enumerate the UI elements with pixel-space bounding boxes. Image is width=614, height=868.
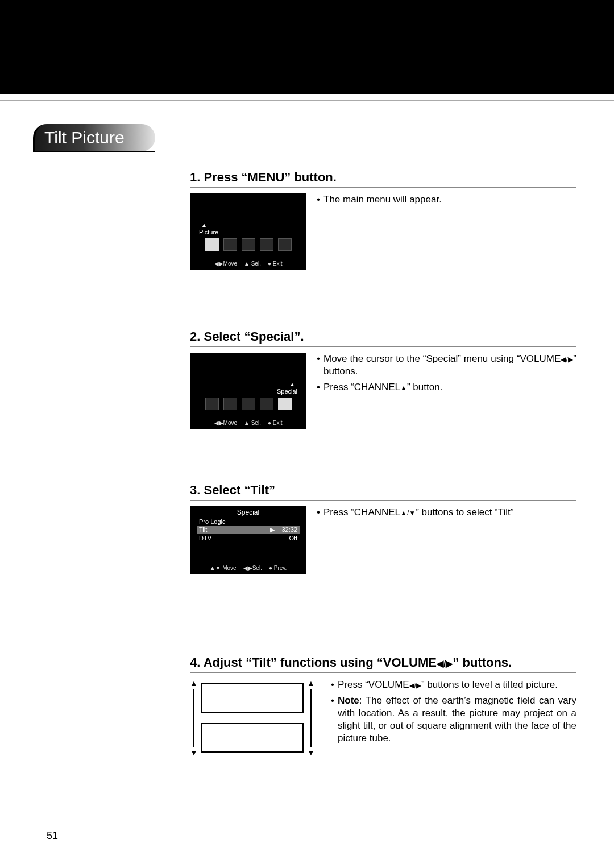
triangle-left-right-icon: ◀/▶ xyxy=(409,681,421,689)
step-notes: Move the cursor to the “Special” menu us… xyxy=(317,353,576,397)
osd-icon xyxy=(205,238,219,251)
step-rule xyxy=(190,346,576,347)
manual-page: Tilt Picture 1. Press “MENU” button. ▲ P… xyxy=(0,0,614,868)
header-rule-1 xyxy=(0,100,614,101)
step-heading: 2. Select “Special”. xyxy=(190,329,576,344)
osd-nav-hint: ▲▼ Move ◀▶Sel. ● Prev. xyxy=(190,565,306,571)
section-title-underline xyxy=(33,151,155,152)
page-number: 51 xyxy=(47,830,58,842)
osd-menu-label: Special xyxy=(277,388,297,395)
note-item: Press “CHANNEL▲/▼” buttons to select “Ti… xyxy=(317,506,576,519)
step-heading: 1. Press “MENU” button. xyxy=(190,170,576,185)
step-notes: The main menu will appear. xyxy=(317,193,576,209)
osd-nav-sel: ▲ Sel. xyxy=(244,261,261,267)
osd-row-value: ▶ 32:32 xyxy=(270,526,297,534)
osd-icon xyxy=(278,238,292,251)
step-row: ▲ Special ◀▶Move ▲ Sel. ● Exit Move th xyxy=(190,353,576,429)
osd-row: Pro Logic xyxy=(197,518,300,526)
triangle-down-icon: ▼ xyxy=(190,748,198,757)
osd-nav-move: ▲▼ Move xyxy=(210,565,237,571)
chevron-up-icon: ▲ xyxy=(201,222,207,228)
tilt-arrow-left: ▲ ▼ xyxy=(191,679,197,757)
step-heading: 3. Select “Tilt” xyxy=(190,483,576,498)
triangle-up-down-icon: ▲/▼ xyxy=(400,509,416,517)
step-heading: 4. Adjust “Tilt” functions using “VOLUME… xyxy=(190,655,576,670)
osd-row-label: Pro Logic xyxy=(199,518,225,525)
osd-icon xyxy=(205,398,219,410)
osd-row-label: Tilt xyxy=(199,526,207,534)
triangle-up-icon: ▲ xyxy=(190,679,198,688)
header-black-band xyxy=(0,0,614,94)
step-notes: Press “VOLUME◀/▶” buttons to level a til… xyxy=(331,679,576,748)
step-row: ▲ ▼ ▲ ▼ Press “VOLUME◀/▶” buttons to lev… xyxy=(190,679,576,757)
osd-nav-hint: ◀▶Move ▲ Sel. ● Exit xyxy=(190,261,306,267)
osd-icon xyxy=(223,398,237,410)
osd-nav-exit: ● Exit xyxy=(268,420,283,426)
osd-nav-exit: ● Prev. xyxy=(269,565,287,571)
triangle-left-right-icon: ◀/▶ xyxy=(437,659,453,668)
note-label: Note xyxy=(338,695,359,706)
osd-row-label: DTV xyxy=(199,535,211,542)
osd-icon-bar xyxy=(197,395,300,412)
note-item: Note: The effect of the earth’s magnetic… xyxy=(331,695,576,745)
osd-row-value: Off xyxy=(289,535,297,542)
triangle-up-icon: ▲ xyxy=(307,679,315,688)
osd-nav-hint: ◀▶Move ▲ Sel. ● Exit xyxy=(190,420,306,426)
tilt-arrow-right: ▲ ▼ xyxy=(308,679,314,757)
osd-nav-sel: ▲ Sel. xyxy=(244,420,261,426)
note-item: Move the cursor to the “Special” menu us… xyxy=(317,353,576,378)
step-rule xyxy=(190,500,576,501)
osd-submenu-title: Special xyxy=(190,509,306,516)
note-item: The main menu will appear. xyxy=(317,193,576,206)
section-title: Tilt Picture xyxy=(33,124,155,151)
osd-screenshot-main-menu: ▲ Special ◀▶Move ▲ Sel. ● Exit xyxy=(190,353,306,429)
osd-nav-move: ◀▶Move xyxy=(214,420,237,426)
osd-menu-label: Picture xyxy=(199,229,218,235)
osd-nav-move: ◀▶Move xyxy=(214,261,237,267)
content-area: 1. Press “MENU” button. ▲ Picture ◀▶Move… xyxy=(190,156,576,757)
osd-icon xyxy=(260,238,273,251)
note-item: Press “CHANNEL▲” button. xyxy=(317,381,576,394)
chevron-up-icon: ▲ xyxy=(289,381,295,387)
osd-row: DTV Off xyxy=(197,534,300,542)
triangle-down-icon: ▼ xyxy=(307,748,315,757)
note-item: Press “VOLUME◀/▶” buttons to level a til… xyxy=(331,679,576,691)
osd-row-selected: Tilt ▶ 32:32 xyxy=(197,526,300,534)
header-rule-2 xyxy=(0,104,614,104)
osd-icon xyxy=(242,238,255,251)
osd-icon xyxy=(260,398,273,410)
tilt-rect-bottom xyxy=(201,723,304,753)
step-notes: Press “CHANNEL▲/▼” buttons to select “Ti… xyxy=(317,506,576,522)
osd-icon xyxy=(223,238,237,251)
step-row: ▲ Picture ◀▶Move ▲ Sel. ● Exit The mai xyxy=(190,193,576,270)
osd-screenshot-submenu: Special Pro Logic Tilt ▶ 32:32 DTV Off xyxy=(190,506,306,574)
osd-screenshot-main-menu: ▲ Picture ◀▶Move ▲ Sel. ● Exit xyxy=(190,193,306,270)
triangle-up-icon: ▲ xyxy=(400,384,407,392)
tilt-rect-top xyxy=(201,683,304,713)
step-rule xyxy=(190,187,576,188)
osd-icon-bar xyxy=(197,236,300,253)
triangle-left-right-icon: ◀/▶ xyxy=(561,356,573,363)
osd-nav-sel: ◀▶Sel. xyxy=(243,565,262,571)
tilt-diagram: ▲ ▼ ▲ ▼ xyxy=(190,679,321,757)
step-row: Special Pro Logic Tilt ▶ 32:32 DTV Off xyxy=(190,506,576,574)
osd-submenu-rows: Pro Logic Tilt ▶ 32:32 DTV Off xyxy=(197,518,300,542)
osd-icon xyxy=(242,398,255,410)
step-rule xyxy=(190,672,576,673)
section-title-text: Tilt Picture xyxy=(44,128,125,147)
osd-nav-exit: ● Exit xyxy=(268,261,283,267)
osd-icon xyxy=(278,398,292,410)
